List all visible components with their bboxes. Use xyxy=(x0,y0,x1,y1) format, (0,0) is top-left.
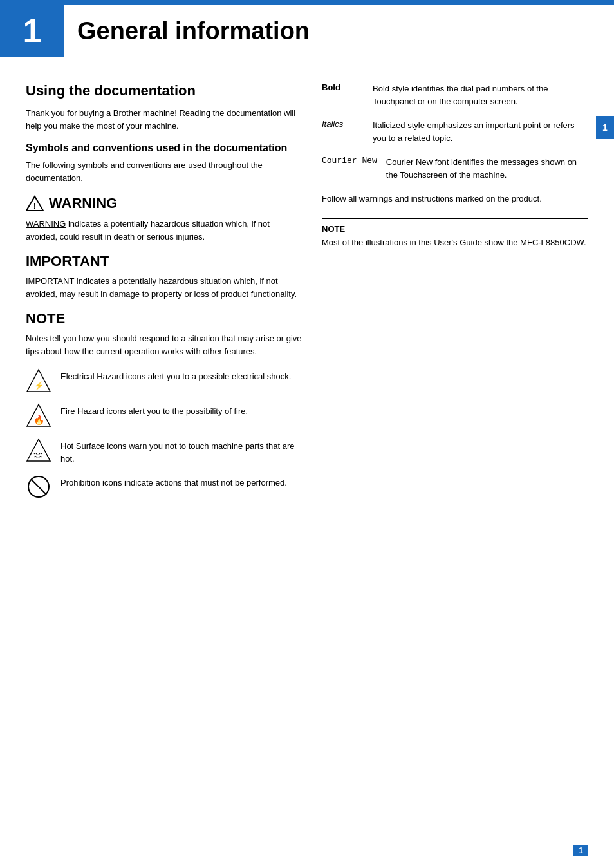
term-italics-label: Italics xyxy=(322,119,364,144)
list-item: ⚡ Electrical Hazard icons alert you to a… xyxy=(26,368,302,393)
warning-underline: WARNING xyxy=(26,219,66,229)
main-content: Using the documentation Thank you for bu… xyxy=(0,70,614,509)
fire-hazard-text: Fire Hazard icons alert you to the possi… xyxy=(60,402,248,418)
svg-text:⚡: ⚡ xyxy=(34,381,44,390)
section-symbols: Symbols and conventions used in the docu… xyxy=(26,142,302,184)
svg-text:!: ! xyxy=(33,201,36,211)
term-row-italics: Italics Italicized style emphasizes an i… xyxy=(322,119,588,144)
important-body: IMPORTANT indicates a potentially hazard… xyxy=(26,275,302,300)
section-using-doc: Using the documentation Thank you for bu… xyxy=(26,82,302,132)
svg-line-8 xyxy=(31,479,46,495)
warning-section: ! WARNING WARNING indicates a potentiall… xyxy=(26,194,302,243)
term-courier-def: Courier New font identifies the messages… xyxy=(386,156,588,181)
fire-hazard-icon: 🔥 xyxy=(26,402,51,428)
warning-heading: ! WARNING xyxy=(26,194,302,212)
chapter-header: 1 General information xyxy=(0,0,614,57)
left-column: Using the documentation Thank you for bu… xyxy=(26,82,302,509)
page-number-area: 1 xyxy=(573,846,588,855)
prohibition-text: Prohibition icons indicate actions that … xyxy=(60,474,287,489)
note-box-text: Most of the illustrations in this User's… xyxy=(322,236,588,249)
list-item: Hot Surface icons warn you not to touch … xyxy=(26,437,302,465)
note-body: Notes tell you how you should respond to… xyxy=(26,332,302,357)
note-box-heading: NOTE xyxy=(322,224,588,234)
icons-list: ⚡ Electrical Hazard icons alert you to a… xyxy=(26,368,302,500)
right-column: Bold Bold style identifies the dial pad … xyxy=(322,82,588,509)
hot-surface-icon xyxy=(26,437,51,463)
electrical-hazard-text: Electrical Hazard icons alert you to a p… xyxy=(60,368,291,383)
chapter-title: General information xyxy=(77,17,310,45)
chapter-number-box: 1 xyxy=(0,5,64,57)
term-italics-def: Italicized style emphasizes an important… xyxy=(373,119,588,144)
chapter-number: 1 xyxy=(23,12,42,50)
svg-text:🔥: 🔥 xyxy=(33,415,45,426)
page-number: 1 xyxy=(573,845,588,856)
side-tab: 1 xyxy=(596,116,614,139)
note-heading: NOTE xyxy=(26,310,302,327)
important-underline: IMPORTANT xyxy=(26,276,74,286)
prohibition-icon xyxy=(26,474,51,500)
warning-label: WARNING xyxy=(49,195,117,212)
important-section: IMPORTANT IMPORTANT indicates a potentia… xyxy=(26,253,302,300)
term-courier-label: Courier New xyxy=(322,156,377,181)
hot-surface-text: Hot Surface icons warn you not to touch … xyxy=(60,437,302,465)
warning-triangle-icon: ! xyxy=(26,194,44,212)
follow-text: Follow all warnings and instructions mar… xyxy=(322,193,588,205)
list-item: 🔥 Fire Hazard icons alert you to the pos… xyxy=(26,402,302,428)
list-item: Prohibition icons indicate actions that … xyxy=(26,474,302,500)
warning-body: WARNING indicates a potentially hazardou… xyxy=(26,218,302,243)
symbols-title: Symbols and conventions used in the docu… xyxy=(26,142,302,154)
note-box: NOTE Most of the illustrations in this U… xyxy=(322,218,588,255)
electrical-hazard-icon: ⚡ xyxy=(26,368,51,393)
term-bold-label: Bold xyxy=(322,82,364,108)
term-row-bold: Bold Bold style identifies the dial pad … xyxy=(322,82,588,108)
symbols-intro: The following symbols and conventions ar… xyxy=(26,159,302,184)
important-heading: IMPORTANT xyxy=(26,253,302,270)
using-doc-intro: Thank you for buying a Brother machine! … xyxy=(26,107,302,132)
note-section: NOTE Notes tell you how you should respo… xyxy=(26,310,302,357)
term-bold-def: Bold style identifies the dial pad numbe… xyxy=(373,82,588,108)
term-row-courier: Courier New Courier New font identifies … xyxy=(322,156,588,181)
using-doc-title: Using the documentation xyxy=(26,82,302,99)
